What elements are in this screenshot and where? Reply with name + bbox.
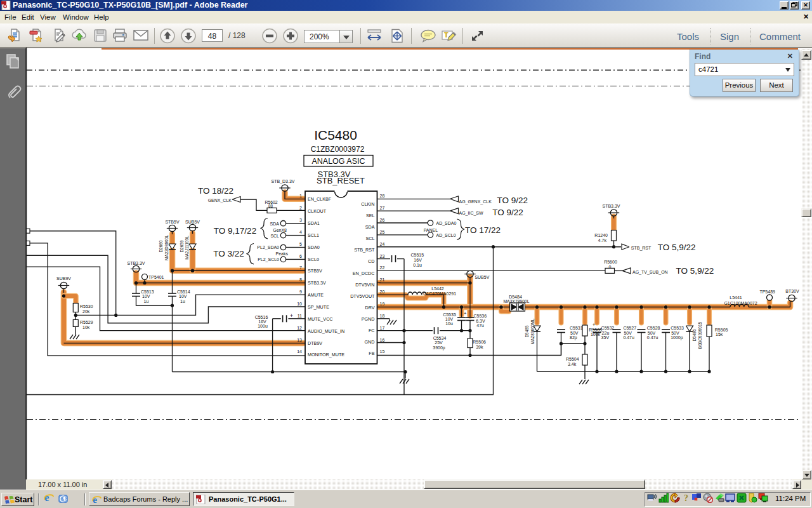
svg-text:L5441: L5441	[730, 295, 742, 300]
svg-text:SCL: SCL	[270, 234, 279, 238]
svg-text:GenX8: GenX8	[273, 228, 287, 232]
svg-text:DTB9V: DTB9V	[308, 340, 322, 346]
svg-text:23: 23	[380, 254, 385, 258]
svg-text:FB: FB	[369, 351, 374, 356]
svg-text:FC: FC	[369, 328, 375, 333]
svg-text:17: 17	[380, 326, 385, 330]
svg-text:AG_IIC_SW: AG_IIC_SW	[459, 211, 484, 216]
svg-text:AD_SCL0: AD_SCL0	[436, 233, 456, 238]
svg-text:C5515: C5515	[410, 253, 424, 257]
svg-text:5: 5	[299, 242, 302, 246]
svg-text:MA3X78900L: MA3X78900L	[503, 299, 529, 304]
svg-text:MA2J11100L: MA2J11100L	[185, 236, 189, 260]
svg-text:+: +	[290, 312, 293, 319]
svg-text:6.3V: 6.3V	[476, 319, 485, 323]
svg-text:SP_MUTE: SP_MUTE	[308, 304, 329, 310]
svg-text:16: 16	[380, 338, 385, 342]
svg-text:ANALOG ASIC: ANALOG ASIC	[311, 157, 365, 166]
svg-text:e: e	[93, 495, 97, 504]
svg-text:16V: 16V	[414, 258, 422, 262]
svg-text:TO 5,9/22: TO 5,9/22	[658, 243, 696, 252]
svg-text:TO 3/22: TO 3/22	[213, 249, 244, 258]
svg-text:50V: 50V	[624, 331, 632, 335]
svg-text:2: 2	[299, 206, 302, 210]
svg-text:10V: 10V	[179, 294, 187, 298]
svg-text:6: 6	[299, 254, 302, 258]
svg-text:CLKOUT: CLKOUT	[308, 208, 327, 214]
svg-text:SCL: SCL	[366, 236, 375, 241]
svg-text:AMUTE: AMUTE	[308, 292, 324, 298]
svg-text:STB_RST: STB_RST	[631, 246, 652, 251]
svg-text:STB_RESET: STB_RESET	[317, 176, 365, 185]
svg-text:GND: GND	[365, 339, 375, 345]
svg-text:e: e	[44, 493, 49, 503]
svg-text:TO 18/22: TO 18/22	[198, 186, 233, 196]
svg-text:C5513: C5513	[141, 290, 154, 294]
svg-text:D5485: D5485	[525, 325, 529, 338]
svg-text:50V: 50V	[570, 331, 579, 335]
svg-text:1: 1	[299, 194, 302, 198]
svg-text:3.4k: 3.4k	[568, 362, 577, 366]
svg-text:25: 25	[380, 230, 385, 234]
svg-text:C5532: C5532	[601, 326, 615, 330]
svg-text:10u: 10u	[445, 321, 453, 326]
svg-text:D2659: D2659	[180, 240, 184, 253]
svg-text:C5514: C5514	[177, 290, 190, 294]
svg-text:R5506: R5506	[473, 340, 486, 344]
svg-text:18: 18	[380, 314, 385, 318]
svg-text:MA22D3900L: MA22D3900L	[164, 235, 169, 260]
svg-text:22: 22	[380, 265, 385, 270]
svg-text:R5529: R5529	[80, 320, 93, 324]
svg-text:SDA: SDA	[365, 224, 375, 230]
svg-text:39k: 39k	[476, 345, 483, 349]
svg-text:AG_GENX_CLK: AG_GENX_CLK	[459, 199, 492, 204]
svg-text:BT30V: BT30V	[785, 289, 799, 293]
svg-text:DRV: DRV	[365, 305, 374, 311]
svg-text:C5531: C5531	[570, 326, 583, 330]
svg-text:?: ?	[684, 493, 688, 503]
svg-text:4: 4	[299, 230, 302, 234]
svg-text:9: 9	[299, 290, 302, 294]
svg-text:13: 13	[297, 338, 302, 342]
svg-text:AUDIO_MUTE_IN: AUDIO_MUTE_IN	[308, 328, 344, 334]
svg-text:DTV5VIN: DTV5VIN	[355, 282, 374, 288]
svg-text:TP5489: TP5489	[759, 290, 775, 294]
svg-text:AD_SDA0: AD_SDA0	[436, 221, 457, 226]
svg-text:STB3.3V: STB3.3V	[308, 280, 326, 286]
svg-text:R5504: R5504	[566, 357, 579, 361]
svg-text:C5534: C5534	[433, 336, 447, 340]
svg-text:21: 21	[380, 277, 385, 282]
svg-text:88: 88	[268, 204, 273, 208]
svg-text:R1240: R1240	[594, 233, 608, 237]
svg-text:11: 11	[298, 314, 302, 318]
svg-text:L5442: L5442	[431, 286, 444, 291]
svg-text:EN_CLKBF: EN_CLKBF	[308, 196, 332, 202]
svg-text:10: 10	[297, 302, 302, 306]
svg-text:16V: 16V	[258, 319, 266, 324]
svg-text:C5516: C5516	[255, 315, 268, 319]
svg-text:TO 17/22: TO 17/22	[465, 225, 501, 235]
svg-text:DTV5VOUT: DTV5VOUT	[350, 293, 375, 299]
svg-text:1u: 1u	[144, 299, 149, 304]
svg-text:10k: 10k	[82, 325, 90, 330]
svg-text:15: 15	[380, 349, 385, 354]
svg-text:TO 5,9/22: TO 5,9/22	[676, 266, 714, 276]
svg-text:CLKIN: CLKIN	[361, 201, 374, 207]
svg-text:MONITOR_MUTE: MONITOR_MUTE	[308, 352, 344, 358]
svg-text:28: 28	[380, 194, 385, 198]
svg-text:50V: 50V	[671, 331, 679, 335]
svg-text:D5486: D5486	[692, 329, 697, 342]
svg-text:24: 24	[380, 242, 385, 246]
svg-text:R5505: R5505	[715, 328, 728, 332]
svg-text:MUTE_VCC: MUTE_VCC	[308, 316, 333, 322]
svg-text:0: 0	[609, 265, 612, 269]
svg-text:0.1u: 0.1u	[413, 263, 422, 267]
svg-text:Peaks: Peaks	[276, 251, 289, 256]
svg-text:7: 7	[299, 265, 302, 270]
svg-text:STB5V: STB5V	[165, 220, 180, 224]
svg-text:C5536: C5536	[474, 314, 487, 318]
svg-text:D2660: D2660	[159, 240, 163, 253]
svg-text:SDA0: SDA0	[308, 244, 320, 250]
svg-text:TO 9/22: TO 9/22	[497, 196, 528, 205]
svg-text:C5533: C5533	[671, 326, 684, 330]
